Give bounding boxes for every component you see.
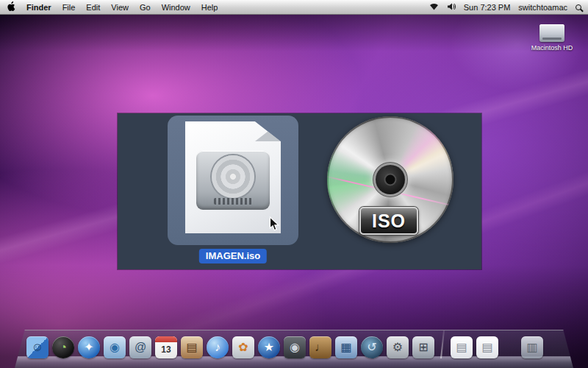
volume-icon[interactable] bbox=[447, 3, 456, 12]
dock-item-safari[interactable]: ✦ bbox=[78, 336, 100, 358]
iso-badge-text: ISO bbox=[372, 210, 406, 232]
dock-item-photo-booth[interactable]: ◉ bbox=[284, 336, 306, 358]
disk-image-drive-icon bbox=[196, 151, 270, 210]
drive-platter bbox=[212, 155, 254, 198]
page-fold bbox=[255, 121, 281, 141]
dock-item-dashboard[interactable]: ◔ bbox=[52, 336, 74, 358]
address-book-icon: ▤ bbox=[186, 342, 197, 353]
spaces-icon: ▦ bbox=[340, 342, 351, 353]
dock-item-calculator[interactable]: ⊞ bbox=[412, 336, 434, 358]
dock-item-front-row[interactable]: ★ bbox=[258, 336, 280, 358]
menu-finder[interactable]: Finder bbox=[26, 3, 51, 12]
ichat-icon: ◉ bbox=[110, 342, 120, 353]
time-machine-icon: ↺ bbox=[367, 342, 376, 353]
volume-label: Macintosh HD bbox=[522, 44, 582, 52]
mouse-cursor bbox=[269, 216, 280, 235]
garageband-icon: ♩ bbox=[315, 342, 326, 353]
menu-clock[interactable]: Sun 7:23 PM bbox=[464, 3, 511, 12]
dock-item-ical[interactable]: 13 bbox=[155, 336, 177, 358]
trash-icon: ▥ bbox=[526, 342, 537, 353]
desktop-screen: Finder File Edit View Go Window Help Sun… bbox=[0, 0, 588, 368]
front-row-icon: ★ bbox=[264, 342, 274, 353]
file-name-label[interactable]: IMAGEN.iso bbox=[199, 249, 267, 263]
disc-hole bbox=[376, 165, 405, 194]
calculator-icon: ⊞ bbox=[418, 342, 428, 353]
document-2-icon: ▤ bbox=[481, 342, 492, 353]
menu-edit[interactable]: Edit bbox=[86, 3, 100, 12]
menu-bar: Finder File Edit View Go Window Help Sun… bbox=[0, 0, 588, 15]
iphoto-icon: ✿ bbox=[238, 342, 248, 353]
desktop-icon-macintosh-hd[interactable]: Macintosh HD bbox=[522, 24, 582, 52]
apple-logo-icon bbox=[7, 1, 15, 13]
mail-icon: @ bbox=[135, 342, 146, 353]
disc-hub bbox=[365, 154, 416, 205]
apple-menu[interactable] bbox=[7, 1, 15, 13]
itunes-icon: ♪ bbox=[215, 342, 220, 353]
menu-help[interactable]: Help bbox=[201, 3, 218, 12]
dock-items: ☺◔✦◉@13▤♪✿★◉♩▦↺⚙⊞▤▤▥ bbox=[26, 330, 543, 358]
dock-item-itunes[interactable]: ♪ bbox=[207, 336, 229, 358]
drive-vents bbox=[214, 198, 252, 205]
dock: ☺◔✦◉@13▤♪✿★◉♩▦↺⚙⊞▤▤▥ bbox=[0, 325, 588, 368]
document-1-icon: ▤ bbox=[456, 342, 467, 353]
dock-item-spaces[interactable]: ▦ bbox=[335, 336, 357, 358]
menu-go[interactable]: Go bbox=[140, 3, 151, 12]
system-preferences-icon: ⚙ bbox=[392, 342, 403, 353]
dock-item-system-preferences[interactable]: ⚙ bbox=[387, 336, 409, 358]
dock-item-finder[interactable]: ☺ bbox=[26, 336, 49, 358]
safari-icon: ✦ bbox=[84, 342, 93, 353]
disc-hole-center bbox=[386, 175, 395, 185]
hard-drive-icon bbox=[539, 24, 564, 42]
menu-view[interactable]: View bbox=[111, 3, 129, 12]
ical-icon: 13 bbox=[161, 345, 171, 354]
iso-badge: ISO bbox=[359, 207, 418, 235]
menu-window[interactable]: Window bbox=[162, 3, 190, 12]
dock-item-iphoto[interactable]: ✿ bbox=[232, 336, 254, 358]
dock-item-document-1[interactable]: ▤ bbox=[451, 336, 473, 358]
dock-item-trash[interactable]: ▥ bbox=[521, 336, 543, 358]
wifi-icon[interactable] bbox=[429, 3, 439, 12]
dock-item-address-book[interactable]: ▤ bbox=[181, 336, 203, 358]
iso-preview-panel: IMAGEN.iso ISO bbox=[118, 113, 481, 269]
magnifier-icon bbox=[576, 4, 581, 10]
dock-item-document-2[interactable]: ▤ bbox=[476, 336, 498, 358]
iso-file-icon[interactable] bbox=[185, 121, 281, 233]
dock-item-time-machine[interactable]: ↺ bbox=[361, 336, 383, 358]
dock-item-mail[interactable]: @ bbox=[129, 336, 151, 358]
dock-divider bbox=[440, 330, 445, 358]
photo-booth-icon: ◉ bbox=[290, 342, 300, 353]
dock-item-ichat[interactable]: ◉ bbox=[104, 336, 126, 358]
menu-username[interactable]: switchtoamac bbox=[518, 3, 567, 12]
spotlight-icon[interactable] bbox=[576, 3, 581, 12]
menu-file[interactable]: File bbox=[62, 3, 76, 12]
dashboard-icon: ◔ bbox=[60, 342, 67, 353]
dock-item-garageband[interactable]: ♩ bbox=[309, 336, 331, 358]
finder-icon: ☺ bbox=[32, 342, 43, 353]
